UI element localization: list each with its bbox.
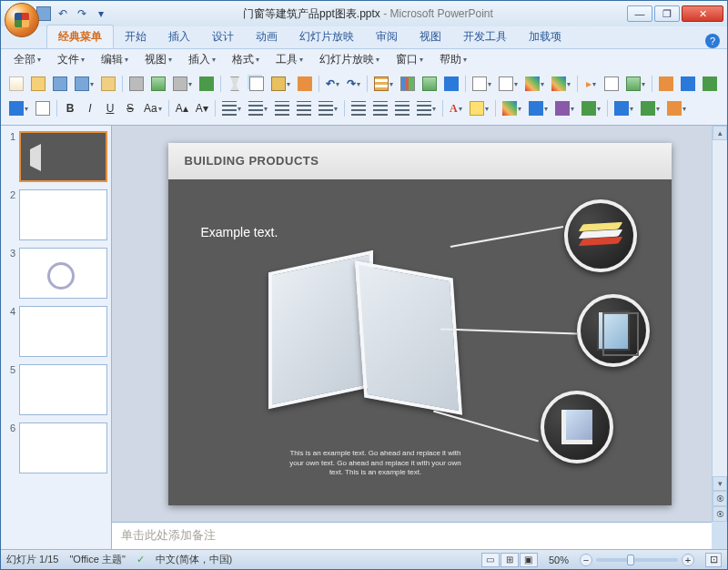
- slide-footer-text[interactable]: This is an example text. Go ahead and re…: [285, 449, 467, 477]
- qat-customize-icon[interactable]: ▾: [93, 5, 109, 22]
- menu-edit[interactable]: 编辑▾: [96, 50, 134, 69]
- office-button[interactable]: [5, 3, 39, 37]
- tb-rotate-icon[interactable]: [638, 99, 662, 117]
- tb-group-icon[interactable]: [612, 99, 636, 117]
- menu-help[interactable]: 帮助▾: [434, 50, 472, 69]
- example-text[interactable]: Example text.: [201, 225, 278, 239]
- tb-design-icon[interactable]: [522, 75, 547, 93]
- prev-slide-icon[interactable]: ⦿: [713, 491, 727, 506]
- tb-underline-icon[interactable]: U: [101, 99, 119, 117]
- tb-newslide-icon[interactable]: [470, 75, 494, 93]
- tab-animations[interactable]: 动画: [245, 25, 288, 48]
- menu-file[interactable]: 文件▾: [52, 50, 90, 69]
- slide-canvas[interactable]: BUILDING PRODUCTS Example text. This i: [112, 126, 727, 522]
- tb-zoom-icon[interactable]: [623, 75, 648, 93]
- minimize-button[interactable]: —: [627, 5, 652, 22]
- view-slideshow-icon[interactable]: ▣: [520, 553, 538, 567]
- tb-undo-icon[interactable]: ↶: [323, 75, 342, 93]
- spellcheck-icon[interactable]: ✓: [136, 554, 145, 565]
- window-graphic[interactable]: [268, 243, 469, 434]
- thumbnail-4[interactable]: 4: [5, 306, 107, 357]
- menu-format[interactable]: 格式▾: [227, 50, 265, 69]
- zoom-slider[interactable]: − +: [580, 554, 694, 566]
- tb-cut-icon[interactable]: [225, 75, 245, 93]
- tb-align-left-icon[interactable]: [349, 99, 369, 117]
- tb-redo-icon[interactable]: ↷: [344, 75, 363, 93]
- zoom-knob[interactable]: [627, 555, 634, 565]
- tb-fromcurrent-icon[interactable]: [602, 75, 622, 93]
- thumbnail-5[interactable]: 5: [5, 364, 107, 415]
- tb-shapes-icon[interactable]: [6, 99, 31, 117]
- tb-paste-icon[interactable]: [268, 75, 293, 93]
- tb-decrease-indent-icon[interactable]: [272, 99, 292, 117]
- tab-design[interactable]: 设计: [201, 25, 245, 48]
- tb-bold-icon[interactable]: B: [61, 99, 79, 117]
- tb-preview-icon[interactable]: [148, 75, 168, 93]
- tab-classic-menu[interactable]: 经典菜单: [46, 25, 114, 48]
- tb-shape-fill-icon[interactable]: [500, 99, 524, 117]
- tb-format-painter-icon[interactable]: [295, 75, 315, 93]
- tb-spell-icon[interactable]: [197, 75, 217, 93]
- tb-font-color-icon[interactable]: A: [447, 99, 465, 117]
- menu-all[interactable]: 全部▾: [8, 50, 46, 69]
- zoom-in-icon[interactable]: +: [682, 554, 694, 566]
- scroll-down-icon[interactable]: ▾: [713, 476, 727, 491]
- slide-title[interactable]: BUILDING PRODUCTS: [168, 143, 672, 179]
- callout-glass-icon[interactable]: [577, 294, 650, 367]
- qat-redo-icon[interactable]: ↷: [74, 5, 90, 22]
- tb-open-icon[interactable]: [28, 75, 48, 93]
- view-sorter-icon[interactable]: ⊞: [500, 553, 519, 567]
- zoom-out-icon[interactable]: −: [580, 554, 592, 566]
- tb-permission-icon[interactable]: [98, 75, 118, 93]
- thumbnail-6[interactable]: 6: [5, 422, 107, 473]
- maximize-button[interactable]: ❐: [654, 5, 680, 22]
- tb-hyperlink-icon[interactable]: [441, 75, 461, 93]
- tb-columns-icon[interactable]: [414, 99, 439, 117]
- tab-review[interactable]: 审阅: [365, 25, 409, 48]
- tb-strikethrough-icon[interactable]: S: [121, 99, 139, 117]
- thumbnail-3[interactable]: 3: [5, 248, 107, 299]
- tb-align-objects-icon[interactable]: [664, 99, 689, 117]
- tb-layout-icon[interactable]: [496, 75, 521, 93]
- menu-slideshow[interactable]: 幻灯片放映▾: [314, 50, 385, 69]
- menu-window[interactable]: 窗口▾: [390, 50, 429, 69]
- zoom-percent[interactable]: 50%: [549, 555, 569, 565]
- tb-ruler-icon[interactable]: [656, 75, 676, 93]
- tb-changecase-icon[interactable]: Aa: [141, 99, 165, 117]
- tb-linespacing-icon[interactable]: [316, 99, 340, 117]
- slide[interactable]: BUILDING PRODUCTS Example text. This i: [168, 143, 672, 505]
- qat-undo-icon[interactable]: ↶: [55, 5, 71, 22]
- tb-grid-icon[interactable]: [678, 75, 698, 93]
- tb-chart-icon[interactable]: [398, 75, 418, 93]
- menu-view[interactable]: 视图▾: [139, 50, 177, 69]
- menu-tools[interactable]: 工具▾: [270, 50, 308, 69]
- tb-numbering-icon[interactable]: [246, 99, 270, 117]
- tb-highlight-icon[interactable]: [467, 99, 491, 117]
- tb-copy-icon[interactable]: [247, 75, 267, 93]
- tb-new-icon[interactable]: [6, 75, 26, 93]
- tb-grow-font-icon[interactable]: A▴: [173, 99, 191, 117]
- tab-developer[interactable]: 开发工具: [452, 25, 518, 48]
- notes-pane[interactable]: 单击此处添加备注: [112, 522, 712, 549]
- tb-saveas-icon[interactable]: [72, 75, 96, 93]
- tab-insert[interactable]: 插入: [157, 25, 201, 48]
- tab-home[interactable]: 开始: [114, 25, 157, 48]
- tb-align-center-icon[interactable]: [370, 99, 390, 117]
- tab-view[interactable]: 视图: [409, 25, 452, 48]
- tb-arrange-icon[interactable]: [552, 99, 577, 117]
- fit-to-window-icon[interactable]: ⊡: [705, 553, 722, 567]
- tb-bullets-icon[interactable]: [219, 99, 244, 117]
- tb-quickprint-icon[interactable]: [170, 75, 195, 93]
- tb-background-icon[interactable]: [549, 75, 573, 93]
- language[interactable]: 中文(简体，中国): [156, 553, 232, 566]
- next-slide-icon[interactable]: ⦿: [713, 506, 727, 522]
- tb-textbox-icon[interactable]: [33, 99, 53, 117]
- tb-print-icon[interactable]: [126, 75, 147, 93]
- tb-save-icon[interactable]: [50, 75, 70, 93]
- callout-layers-icon[interactable]: [564, 199, 637, 272]
- vertical-scrollbar[interactable]: ▴ ▾ ⦿ ⦿: [712, 126, 727, 522]
- view-normal-icon[interactable]: ▭: [481, 553, 500, 567]
- tb-slideshow-icon[interactable]: ▸: [581, 75, 600, 93]
- callout-profile-icon[interactable]: [541, 391, 613, 463]
- thumbnail-1[interactable]: 1: [5, 131, 107, 182]
